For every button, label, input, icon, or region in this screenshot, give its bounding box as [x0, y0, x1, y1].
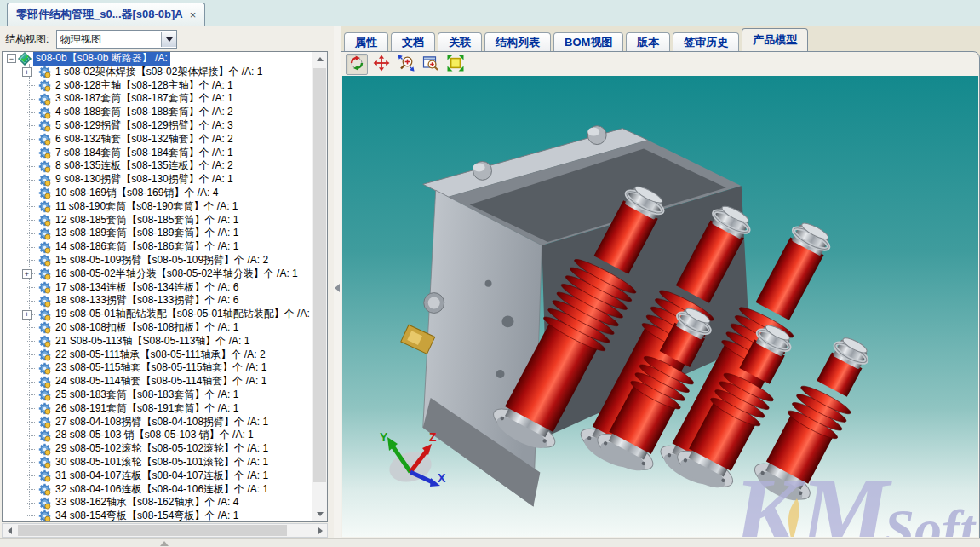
tree-item[interactable]: 4 s08-188套筒【s08-188套筒】个 /A: 2 [3, 106, 314, 119]
splitter-handle-icon[interactable] [160, 541, 169, 546]
tree-item-label: 19 s08-05-01轴配钻装配【s08-05-01轴配钻装配】个 /A: 1 [53, 308, 314, 321]
close-icon[interactable]: × [190, 9, 197, 20]
fit-view-button[interactable] [444, 54, 467, 75]
axis-triad: Y Z X [375, 429, 448, 496]
combo-dropdown-button[interactable] [161, 32, 176, 47]
part-icon [38, 376, 51, 389]
tree-item[interactable]: + 16 s08-05-02半轴分装【s08-05-02半轴分装】个 /A: 1 [3, 268, 314, 281]
tree-connector [26, 503, 35, 504]
scroll-down-button[interactable] [312, 507, 327, 521]
part-icon [38, 295, 51, 308]
tree-item[interactable]: 31 s08-04-107连板【s08-04-107连板】个 /A: 1 [3, 469, 314, 483]
pan-button[interactable] [370, 54, 393, 75]
collapse-toggle[interactable]: − [7, 54, 16, 63]
tree-item-label: 20 s08-108扣板【s08-108扣板】个 /A: 1 [53, 321, 241, 335]
vertical-scrollbar[interactable] [312, 52, 327, 521]
expand-toggle[interactable]: + [22, 269, 32, 279]
horizontal-scroll-thumb[interactable] [18, 525, 287, 536]
detail-tab-bar: 属性文档关联结构列表BOM视图版本签审历史产品模型 [341, 26, 980, 51]
tree-item[interactable]: 18 s08-133拐臂【s08-133拐臂】个 /A: 6 [3, 294, 314, 308]
tree-item[interactable]: 30 s08-05-101滚轮【s08-05-101滚轮】个 /A: 1 [3, 456, 314, 469]
tree-item[interactable]: 25 s08-183套筒【s08-183套筒】个 /A: 1 [3, 389, 314, 402]
tree-item[interactable]: 23 s08-05-115轴套【s08-05-115轴套】个 /A: 1 [3, 361, 314, 375]
tree-connector [26, 382, 35, 383]
tree-item-label: 28 s08-05-103 销【s08-05-103 销】个 /A: 1 [53, 429, 256, 442]
tree-connector [26, 247, 35, 248]
tree-item-label: 34 s08-154弯板【s08-154弯板】个 /A: 1 [53, 510, 241, 522]
tree-item[interactable]: 33 s08-162轴承【s08-162轴承】个 /A: 4 [3, 496, 314, 510]
svg-text:X: X [438, 471, 446, 485]
chevron-up-icon [317, 57, 324, 61]
tree-item-label: 24 s08-05-114轴套【s08-05-114轴套】个 /A: 1 [53, 375, 269, 389]
chevron-left-icon [8, 527, 12, 534]
tree-item[interactable]: 9 s08-130拐臂【s08-130拐臂】个 /A: 1 [3, 173, 314, 187]
tab-6[interactable]: 签审历史 [673, 32, 739, 51]
tree-connector [26, 139, 35, 140]
tree-item[interactable]: 22 s08-05-111轴承【s08-05-111轴承】个 /A: 2 [3, 348, 314, 362]
part-icon [38, 133, 51, 146]
tree-item[interactable]: 12 s08-185套筒【s08-185套筒】个 /A: 1 [3, 214, 314, 227]
tree-item[interactable]: 5 s08-129拐臂【s08-129拐臂】个 /A: 3 [3, 119, 314, 133]
tree-item[interactable]: 29 s08-05-102滚轮【s08-05-102滚轮】个 /A: 1 [3, 442, 314, 456]
tree-item[interactable]: 21 S08-05-113轴【S08-05-113轴】个 /A: 1 [3, 335, 314, 348]
chevron-right-icon [318, 527, 323, 534]
panel-splitter[interactable] [334, 26, 341, 547]
scroll-left-button[interactable] [3, 524, 16, 537]
tree-item[interactable]: 15 s08-05-109拐臂【s08-05-109拐臂】个 /A: 2 [3, 254, 314, 268]
collapse-left-icon[interactable] [335, 284, 340, 292]
tree-item[interactable]: 28 s08-05-103 销【s08-05-103 销】个 /A: 1 [3, 429, 314, 442]
tab-2[interactable]: 关联 [438, 32, 482, 51]
rotate-button[interactable] [346, 54, 368, 75]
tree-connector [26, 475, 35, 476]
tree-item[interactable]: 32 s08-04-106连板【s08-04-106连板】个 /A: 1 [3, 483, 314, 497]
tree-item[interactable]: 10 s08-169销【s08-169销】个 /A: 4 [3, 187, 314, 200]
tree-connector [26, 394, 35, 395]
tree-item[interactable]: 6 s08-132轴套【s08-132轴套】个 /A: 2 [3, 133, 314, 147]
tab-4[interactable]: BOM视图 [553, 32, 623, 51]
tree-item[interactable]: 27 s08-04-108拐臂【s08-04-108拐臂】个 /A: 1 [3, 416, 314, 429]
tree-item[interactable]: 14 s08-186套筒【s08-186套筒】个 /A: 1 [3, 240, 314, 254]
tree-root-item[interactable]: − s08-0b【s08-0b 断路器】 /A: [3, 52, 314, 66]
zoom-button[interactable] [395, 54, 417, 75]
document-tab[interactable]: 零部件结构管理_s0...器[s08-0b]A × [7, 3, 205, 26]
vertical-scroll-thumb[interactable] [313, 68, 326, 482]
tree-item-label: 11 s08-190套筒【s08-190套筒】个 /A: 1 [53, 200, 241, 214]
tree-item[interactable]: 20 s08-108扣板【s08-108扣板】个 /A: 1 [3, 321, 314, 335]
tree-item-label: 18 s08-133拐臂【s08-133拐臂】个 /A: 6 [53, 294, 241, 308]
tab-7[interactable]: 产品模型 [742, 28, 808, 51]
tree-item[interactable]: + 1 s08-02架体焊接【s08-02架体焊接】个 /A: 1 [3, 66, 314, 79]
horizontal-scrollbar[interactable] [2, 523, 328, 538]
tab-0[interactable]: 属性 [344, 32, 388, 51]
tree-connector [26, 449, 35, 450]
part-icon [38, 443, 51, 456]
scroll-up-button[interactable] [312, 52, 327, 66]
structure-tree[interactable]: − s08-0b【s08-0b 断路器】 /A:+ 1 s08-02架体焊接【s… [2, 51, 328, 522]
view-selector[interactable]: 物理视图 [56, 30, 177, 49]
tree-item[interactable]: 8 s08-135连板【s08-135连板】个 /A: 2 [3, 159, 314, 173]
expand-toggle[interactable]: + [22, 310, 32, 320]
tab-5[interactable]: 版本 [626, 32, 670, 51]
tree-item[interactable]: 17 s08-134连板【s08-134连板】个 /A: 6 [3, 281, 314, 295]
expand-toggle[interactable]: + [22, 67, 32, 77]
tree-item[interactable]: 13 s08-189套筒【s08-189套筒】个 /A: 1 [3, 227, 314, 240]
tree-item[interactable]: 3 s08-187套筒【s08-187套筒】个 /A: 1 [3, 92, 314, 106]
tree-item-label: 12 s08-185套筒【s08-185套筒】个 /A: 1 [53, 214, 241, 227]
zoom-icon [398, 55, 415, 75]
tree-item-label: 3 s08-187套筒【s08-187套筒】个 /A: 1 [53, 92, 236, 106]
tree-item[interactable]: + 19 s08-05-01轴配钻装配【s08-05-01轴配钻装配】个 /A:… [3, 308, 314, 321]
tree-item[interactable]: 2 s08-128主轴【s08-128主轴】个 /A: 1 [3, 79, 314, 93]
tree-item[interactable]: 24 s08-05-114轴套【s08-05-114轴套】个 /A: 1 [3, 375, 314, 389]
zoom-window-button[interactable] [420, 54, 442, 75]
tree-connector [26, 233, 35, 234]
scroll-right-button[interactable] [313, 524, 327, 537]
tab-1[interactable]: 文档 [391, 32, 435, 51]
tree-item-label: 32 s08-04-106连板【s08-04-106连板】个 /A: 1 [53, 483, 271, 497]
tree-item-label: 2 s08-128主轴【s08-128主轴】个 /A: 1 [53, 79, 236, 93]
tree-item[interactable]: 34 s08-154弯板【s08-154弯板】个 /A: 1 [3, 510, 314, 522]
tree-item[interactable]: 26 s08-191套筒【s08-191套筒】个 /A: 1 [3, 402, 314, 416]
tree-item[interactable]: 11 s08-190套筒【s08-190套筒】个 /A: 1 [3, 200, 314, 214]
part-icon [38, 79, 51, 92]
tab-3[interactable]: 结构列表 [484, 32, 551, 51]
model-viewport[interactable]: Y Z X K M Soft [342, 76, 978, 537]
tree-item[interactable]: 7 s08-184套筒【s08-184套筒】个 /A: 1 [3, 147, 314, 160]
